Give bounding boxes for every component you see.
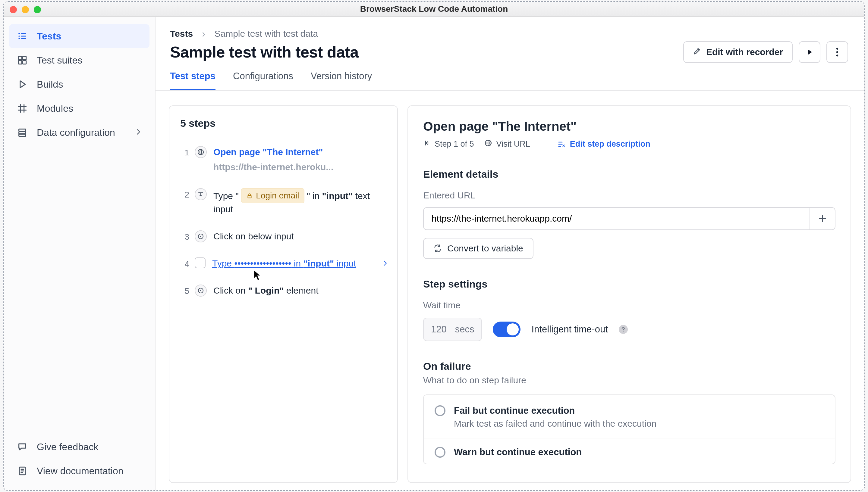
globe-icon <box>484 139 492 149</box>
modules-icon <box>16 102 28 115</box>
step-2[interactable]: 2 Type " Login email " in "input" text i… <box>180 182 391 224</box>
step-subtext: https://the-internet.heroku... <box>213 158 389 173</box>
more-menu-button[interactable] <box>826 41 848 63</box>
step-number: 2 <box>180 188 189 200</box>
step-1[interactable]: 1 Open page "The Internet" https://the-i… <box>180 140 391 182</box>
list-edit-icon <box>557 140 566 148</box>
step-5[interactable]: 5 Click on " Login" element <box>180 278 391 305</box>
intelligent-timeout-label: Intelligent time-out <box>531 324 608 335</box>
on-failure-subtitle: What to do on step failure <box>423 372 836 386</box>
step-4[interactable]: 4 Type •••••••••••••••••• in "input" inp… <box>180 251 391 278</box>
breadcrumb-root[interactable]: Tests <box>170 29 193 39</box>
step-type: Visit URL <box>496 140 530 149</box>
sidebar-bottom: Give feedback View documentation <box>4 432 155 490</box>
url-row <box>423 200 836 230</box>
help-icon[interactable]: ? <box>619 325 628 334</box>
wait-row: 120 secs Intelligent time-out ? <box>423 311 836 341</box>
play-icon <box>16 78 28 90</box>
step-3[interactable]: 3 Click on below input <box>180 224 391 251</box>
radio-warn-continue[interactable]: Warn but continue execution <box>424 438 835 462</box>
window-zoom-button[interactable] <box>34 6 41 13</box>
svg-rect-6 <box>19 134 26 137</box>
detail-title: Open page "The Internet" <box>423 119 836 134</box>
svg-rect-5 <box>19 131 26 134</box>
page-title: Sample test with test data <box>170 43 359 61</box>
dashboard-icon <box>16 54 28 66</box>
sidebar: Tests Test suites Builds <box>4 17 156 490</box>
radio-fail-continue[interactable]: Fail but continue execution Mark test as… <box>424 397 835 433</box>
svg-rect-1 <box>23 56 26 59</box>
header-actions: Edit with recorder <box>683 41 848 63</box>
header-row: Sample test with test data Edit with rec… <box>156 40 864 63</box>
tab-test-steps[interactable]: Test steps <box>170 71 215 90</box>
step-settings-heading: Step settings <box>423 259 836 290</box>
pencil-icon <box>693 47 701 57</box>
add-url-button[interactable] <box>810 207 836 230</box>
svg-rect-2 <box>18 60 22 64</box>
window-frame: BrowserStack Low Code Automation Tests T… <box>3 1 865 491</box>
step-number: 4 <box>180 257 189 269</box>
svg-rect-12 <box>248 195 251 198</box>
sidebar-item-label: Modules <box>37 103 73 114</box>
breadcrumb-current: Sample test with test data <box>214 29 318 39</box>
svg-point-16 <box>200 290 201 291</box>
tab-version-history[interactable]: Version history <box>311 71 372 90</box>
convert-to-variable-button[interactable]: Convert to variable <box>423 238 534 259</box>
window-minimize-button[interactable] <box>22 6 29 13</box>
wait-time-label: Wait time <box>423 290 836 311</box>
sidebar-item-builds[interactable]: Builds <box>9 72 149 96</box>
edit-with-recorder-button[interactable]: Edit with recorder <box>683 41 793 63</box>
run-button[interactable] <box>799 41 820 63</box>
stack-icon <box>16 126 28 139</box>
target-icon <box>195 230 207 242</box>
sidebar-item-label: Data configuration <box>37 127 115 138</box>
window-close-button[interactable] <box>10 6 17 13</box>
lock-icon <box>246 192 253 199</box>
variable-chip-label: Login email <box>256 190 299 202</box>
svg-point-8 <box>836 48 838 50</box>
step-number: 3 <box>180 230 189 242</box>
type-icon <box>195 188 207 200</box>
sidebar-item-modules[interactable]: Modules <box>9 96 149 120</box>
button-label: Edit with recorder <box>706 47 783 57</box>
sidebar-item-tests[interactable]: Tests <box>9 24 149 48</box>
checklist-icon <box>16 30 28 42</box>
step-label: Open page "The Internet" https://the-int… <box>212 146 389 173</box>
side-nav: Tests Test suites Builds <box>4 17 155 432</box>
step-position: Step 1 of 5 <box>435 140 474 149</box>
toggle-dot <box>507 323 519 336</box>
window-title: BrowserStack Low Code Automation <box>360 4 508 14</box>
svg-rect-3 <box>23 60 26 64</box>
intelligent-timeout-toggle[interactable] <box>493 322 520 337</box>
sidebar-view-documentation[interactable]: View documentation <box>9 459 149 483</box>
sidebar-item-data-configuration[interactable]: Data configuration <box>9 120 149 145</box>
window-controls <box>10 6 41 13</box>
sidebar-give-feedback[interactable]: Give feedback <box>9 435 149 459</box>
url-input[interactable] <box>423 207 810 230</box>
wait-time-input[interactable]: 120 secs <box>423 318 482 341</box>
sidebar-item-test-suites[interactable]: Test suites <box>9 48 149 72</box>
sidebar-item-label: Test suites <box>37 55 82 66</box>
chevron-right-icon <box>381 257 389 269</box>
chat-icon <box>16 441 28 453</box>
tab-configurations[interactable]: Configurations <box>233 71 293 90</box>
target-icon <box>195 285 207 297</box>
entered-url-label: Entered URL <box>423 180 836 200</box>
on-failure-options: Fail but continue execution Mark test as… <box>423 394 836 464</box>
element-details-heading: Element details <box>423 149 836 180</box>
edit-step-description-link[interactable]: Edit step description <box>557 140 650 149</box>
content: 5 steps 1 Open page "The Internet" https… <box>156 91 864 490</box>
steps-count: 5 steps <box>180 118 391 140</box>
steps-panel: 5 steps 1 Open page "The Internet" https… <box>169 105 398 483</box>
document-icon <box>16 465 28 477</box>
variable-chip[interactable]: Login email <box>241 188 304 203</box>
on-failure-heading: On failure <box>423 341 836 372</box>
detail-panel: Open page "The Internet" Step 1 of 5 Vis… <box>407 105 851 483</box>
step-checkbox[interactable] <box>195 257 206 268</box>
radio-desc: Mark test as failed and continue with th… <box>454 416 656 429</box>
svg-point-14 <box>200 236 201 237</box>
radio-title: Warn but continue execution <box>454 447 582 458</box>
sidebar-item-label: Builds <box>37 79 63 90</box>
globe-icon <box>195 146 207 158</box>
step-position-icon <box>423 140 430 149</box>
